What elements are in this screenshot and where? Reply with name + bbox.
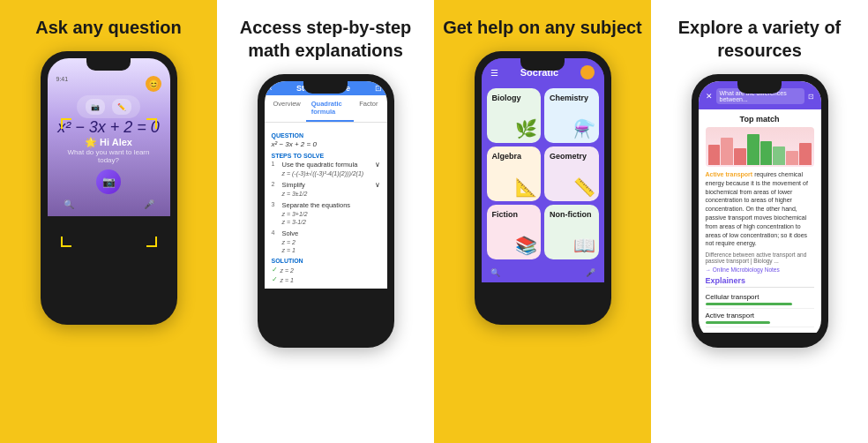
subject-chemistry[interactable]: Chemistry ⚗️ — [544, 88, 599, 143]
equation-area: x² − 3x + 2 = 0 — [57, 118, 160, 137]
screen-subjects: ☰ Socratic Biology 🌿 Chemistry ⚗️ Algebr… — [482, 58, 604, 282]
biology-icon: 🌿 — [515, 118, 537, 139]
bookmark-icon4[interactable]: ⊡ — [808, 93, 814, 101]
step1-formula: z = (-(-3)±√((-3)²-4(1)(2)))/2(1) — [282, 170, 380, 176]
subtext: What do you want to learn today? — [56, 148, 161, 164]
app-title3: Socratic — [520, 67, 558, 78]
search-query4: What are the differences between... — [716, 88, 804, 104]
explainer-active-bar — [706, 321, 771, 324]
panel-subjects: Get help on any subject ☰ Socratic Biolo… — [434, 0, 651, 443]
algebra-icon: 📐 — [515, 176, 537, 198]
tabs2: Overview Quadratic formula Factor — [265, 95, 387, 123]
explainer-cellular-bar — [706, 303, 792, 305]
screen3-bottom-bar: 🔍 🎤 — [482, 263, 604, 282]
step2-num: 2 — [272, 181, 279, 187]
step4-formula1: z = 2 — [282, 239, 380, 245]
tab-quadratic[interactable]: Quadratic formula — [306, 95, 354, 122]
scan-photo-btn[interactable]: 📷 — [86, 99, 105, 115]
explainer-active: Active transport — [706, 309, 814, 327]
user-avatar3 — [580, 65, 595, 79]
phone4-screen: ✕ What are the differences between... ⊡ … — [699, 81, 821, 341]
tab-factor[interactable]: Factor — [354, 95, 383, 122]
solution-label: SOLUTION — [272, 258, 380, 264]
corner-tr — [146, 118, 157, 129]
panel-resources: Explore a variety of resources ✕ What ar… — [651, 0, 868, 443]
subject-chemistry-name: Chemistry — [550, 94, 594, 102]
search-icon1[interactable]: 🔍 — [64, 199, 74, 209]
step1-num: 1 — [272, 161, 279, 167]
panel2-title: Access step-by-step math explanations — [226, 16, 425, 62]
subject-algebra[interactable]: Algebra 📐 — [487, 146, 542, 201]
step2-title: Simplify ∨ — [282, 181, 380, 189]
status-time1: 9:41 — [56, 76, 69, 92]
body-text: Active transport requires chemical energ… — [706, 170, 814, 248]
camera-button[interactable]: 📷 — [96, 169, 121, 194]
bottom-bar1: 🔍 🎤 — [56, 199, 161, 209]
screen-ask: 9:41 😊 📷 ✏️ x² − 3x + 2 = 0 🌟 Hi Alex W — [48, 58, 170, 216]
subject-algebra-name: Algebra — [492, 152, 536, 161]
corner-tl — [61, 118, 71, 129]
step3-formula1: z = 3+1/2 — [282, 211, 380, 217]
screen-resources: ✕ What are the differences between... ⊡ … — [699, 81, 821, 333]
solution1: ✓ z = 2 — [272, 266, 380, 274]
subject-nonfiction-name: Non-fiction — [550, 210, 594, 219]
nonfiction-icon: 📖 — [573, 235, 595, 256]
subject-biology-name: Biology — [492, 94, 536, 102]
panel3-title: Get help on any subject — [443, 16, 642, 39]
subjects-header: ☰ Socratic — [482, 58, 604, 85]
steps-content: QUESTION x² − 3x + 2 = 0 STEPS TO SOLVE … — [265, 123, 387, 289]
subject-geometry[interactable]: Geometry 📏 — [544, 146, 599, 201]
bar2 — [721, 138, 733, 165]
bar1 — [708, 145, 721, 165]
subject-biology[interactable]: Biology 🌿 — [487, 88, 542, 143]
phone2: ‹ Steps to solve ⊡ Overview Quadratic fo… — [258, 74, 394, 348]
phone1-screen: 9:41 😊 📷 ✏️ x² − 3x + 2 = 0 🌟 Hi Alex W — [48, 58, 170, 318]
subject-nonfiction[interactable]: Non-fiction 📖 — [544, 205, 599, 259]
step1: 1 Use the quadratic formula ∨ z = (-(-3)… — [272, 161, 380, 176]
corner-br — [146, 237, 157, 247]
check-icon2: ✓ — [272, 275, 278, 283]
step1-content: Use the quadratic formula ∨ z = (-(-3)±√… — [282, 161, 380, 176]
greeting-text: 🌟 Hi Alex — [56, 137, 161, 148]
question-text: x² − 3x + 2 = 0 — [272, 140, 380, 148]
step4-num: 4 — [272, 229, 279, 236]
explainer-cellular-name: Cellular transport — [706, 293, 814, 301]
search-icon3[interactable]: 🔍 — [490, 268, 500, 277]
mic-icon3[interactable]: 🎤 — [586, 268, 595, 277]
subject-geometry-name: Geometry — [550, 152, 594, 161]
phone1: 9:41 😊 📷 ✏️ x² − 3x + 2 = 0 🌟 Hi Alex W — [41, 51, 177, 325]
bar3 — [734, 148, 746, 166]
menu-icon3[interactable]: ☰ — [490, 68, 498, 78]
external-link[interactable]: → Online Microbiology Notes — [706, 267, 814, 273]
phone3-screen: ☰ Socratic Biology 🌿 Chemistry ⚗️ Algebr… — [482, 58, 604, 318]
close-icon4[interactable]: ✕ — [706, 92, 713, 101]
step4: 4 Solve z = 2 z = 1 — [272, 229, 380, 253]
explainer-cellular: Cellular transport — [706, 290, 814, 309]
explainer-active-name: Active transport — [706, 312, 814, 319]
subject-fiction[interactable]: Fiction 📚 — [487, 205, 542, 259]
tab-overview[interactable]: Overview — [268, 95, 306, 122]
corner-bl — [61, 237, 71, 247]
diff-text: Difference between active transport and … — [706, 252, 814, 264]
mic-icon1[interactable]: 🎤 — [144, 199, 154, 209]
panel4-title: Explore a variety of resources — [660, 16, 859, 62]
step4-formula2: z = 1 — [282, 247, 380, 253]
phone4: ✕ What are the differences between... ⊡ … — [692, 74, 828, 348]
bar8 — [799, 143, 812, 165]
step3: 3 Separate the equations z = 3+1/2 z = 3… — [272, 201, 380, 225]
scan-buttons: 📷 ✏️ — [77, 95, 140, 118]
solution2: ✓ z = 1 — [272, 275, 380, 283]
resources-header: ✕ What are the differences between... ⊡ — [699, 81, 821, 109]
bookmark-icon2[interactable]: ⊡ — [375, 84, 382, 93]
screen-steps: ‹ Steps to solve ⊡ Overview Quadratic fo… — [265, 81, 387, 289]
geometry-icon: 📏 — [573, 176, 595, 198]
subject-fiction-name: Fiction — [492, 210, 536, 219]
step3-title: Separate the equations — [282, 201, 380, 209]
scan-write-btn[interactable]: ✏️ — [112, 99, 131, 115]
math-equation: x² − 3x + 2 = 0 — [57, 118, 160, 137]
step2-formula: z = 3±1/2 — [282, 191, 380, 197]
resources-content: Top match — [699, 109, 821, 333]
back-arrow2[interactable]: ‹ — [270, 84, 273, 93]
step3-num: 3 — [272, 201, 279, 207]
panel-ask: Ask any question 9:41 😊 📷 ✏️ x² − 3x + 2… — [0, 0, 217, 443]
